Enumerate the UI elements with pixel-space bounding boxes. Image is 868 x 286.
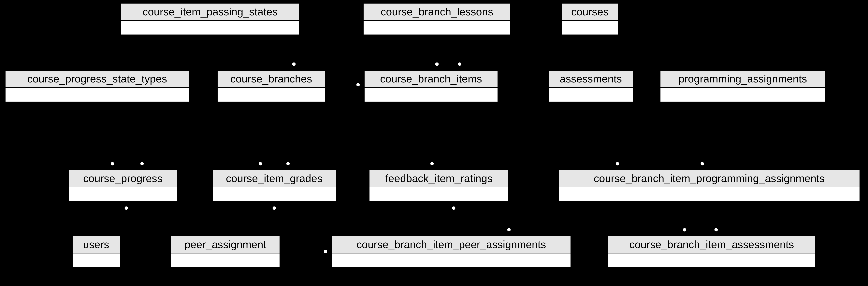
svg-line-87 [328,249,332,252]
svg-line-73 [123,202,126,206]
entity-title: course_branch_item_programming_assignmen… [559,170,860,187]
entity-body [332,253,570,267]
svg-point-79 [272,206,276,210]
entity-course-branch-lessons[interactable]: course_branch_lessons [363,3,511,35]
svg-line-12 [457,66,460,70]
entity-course-item-grades[interactable]: course_item_grades [212,170,336,202]
entity-title: course_item_passing_states [121,4,299,21]
entity-body [121,21,299,34]
svg-line-46 [432,166,435,170]
entity-body [559,187,860,201]
svg-line-2 [434,66,437,70]
svg-line-61 [716,232,719,236]
svg-line-42 [288,166,291,170]
svg-point-47 [430,162,434,166]
entity-title: course_branch_lessons [364,4,510,21]
entity-title: feedback_item_ratings [370,170,508,187]
svg-point-51 [616,162,619,166]
svg-line-53 [509,232,512,236]
svg-line-23 [257,166,260,170]
svg-line-41 [285,166,288,170]
entity-title: course_branch_items [365,71,498,88]
svg-line-7 [291,66,294,70]
svg-line-3 [437,66,440,70]
svg-line-55 [682,232,685,236]
entity-body [365,88,498,102]
entity-body [562,21,618,34]
svg-line-88 [328,252,332,254]
svg-line-77 [271,202,274,206]
svg-line-82 [454,202,457,206]
entity-cbi-programming-assignments[interactable]: course_branch_item_programming_assignmen… [558,170,860,202]
svg-line-24 [260,166,264,170]
er-diagram-canvas: course_item_passing_states course_branch… [0,0,868,286]
svg-line-52 [506,232,509,236]
svg-line-19 [360,85,364,88]
entity-title: peer_assignment [171,236,280,253]
svg-point-57 [683,228,686,232]
entity-cbi-peer-assignments[interactable]: course_branch_item_peer_assignments [332,236,571,268]
svg-point-20 [356,83,360,87]
svg-line-8 [294,66,297,70]
svg-line-78 [274,202,277,206]
svg-line-65 [699,166,702,170]
svg-line-81 [451,202,454,206]
entity-body [218,88,325,102]
entity-title: course_branch_item_peer_assignments [332,236,570,253]
svg-point-54 [507,228,511,232]
entity-assessments[interactable]: assessments [549,70,633,102]
svg-line-29 [113,166,115,170]
entity-body [5,88,189,102]
svg-point-39 [140,162,144,166]
svg-point-83 [452,206,456,210]
svg-point-30 [111,162,115,166]
entity-courses[interactable]: courses [561,3,618,35]
entity-title: course_progress_state_types [5,71,189,88]
svg-line-56 [685,232,687,236]
entity-title: course_progress [69,170,177,187]
svg-line-37 [139,166,142,170]
entity-course-branch-items[interactable]: course_branch_items [364,70,498,102]
svg-line-49 [615,166,617,170]
entity-title: courses [562,4,618,21]
svg-line-66 [702,166,705,170]
svg-line-28 [110,166,113,170]
entity-body [549,88,633,102]
entity-title: users [72,236,120,253]
entity-title: course_branches [218,71,325,88]
entity-title: course_branch_item_assessments [608,236,815,253]
svg-line-45 [429,166,432,170]
svg-point-25 [258,162,262,166]
svg-point-14 [458,62,462,66]
svg-line-38 [142,166,145,170]
entity-title: course_item_grades [213,170,336,187]
entity-course-progress-state-types[interactable]: course_progress_state_types [5,70,189,102]
entity-programming-assignments[interactable]: programming_assignments [660,70,826,102]
entity-course-branches[interactable]: course_branches [217,70,326,102]
entity-title: assessments [549,71,633,88]
entity-body [660,88,825,102]
entity-body [69,187,177,201]
entity-body [608,253,815,267]
entity-cbi-assessments[interactable]: course_branch_item_assessments [608,236,816,268]
entity-body [171,253,280,267]
entity-users[interactable]: users [72,236,120,268]
entity-body [213,187,336,201]
entity-peer-assignment[interactable]: peer_assignment [170,236,280,268]
svg-point-89 [323,250,328,253]
svg-line-13 [460,66,463,70]
svg-point-67 [700,162,704,166]
entity-title: programming_assignments [660,71,825,88]
svg-line-50 [617,166,620,170]
svg-point-4 [435,62,439,66]
entity-body [72,253,120,267]
entity-course-item-passing-states[interactable]: course_item_passing_states [120,3,300,35]
entity-course-progress[interactable]: course_progress [68,170,178,202]
svg-point-75 [124,206,128,210]
svg-point-62 [714,228,718,232]
svg-line-74 [126,202,129,206]
svg-line-60 [713,232,716,236]
svg-point-9 [292,62,296,66]
entity-body [364,21,510,34]
entity-feedback-item-ratings[interactable]: feedback_item_ratings [369,170,509,202]
